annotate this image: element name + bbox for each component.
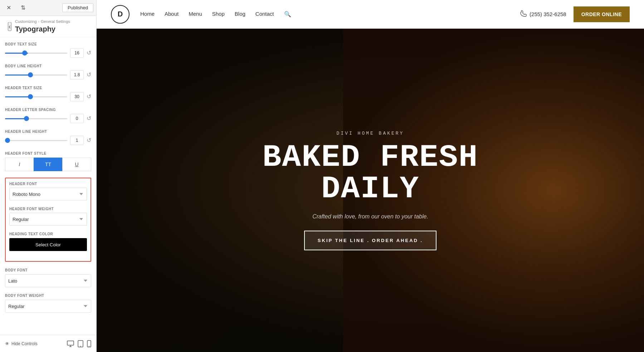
header-text-size-label: HEADER TEXT SIZE: [5, 86, 91, 90]
breadcrumb-arrow: ›: [38, 20, 39, 24]
body-font-setting: BODY FONT Lato Roboto Open Sans Montserr…: [5, 268, 91, 287]
header-line-height-slider[interactable]: [5, 140, 67, 141]
hero-cta-button[interactable]: SKIP THE LINE . ORDER AHEAD .: [304, 231, 436, 250]
body-line-height-label: BODY LINE HEIGHT: [5, 64, 91, 68]
swap-button[interactable]: ⇅: [17, 2, 29, 14]
header-letter-spacing-reset[interactable]: ↺: [87, 116, 91, 121]
hero-body-text: Crafted with love, from our oven to your…: [263, 213, 478, 220]
header-text-size-slider[interactable]: [5, 96, 67, 97]
published-button[interactable]: Published: [62, 3, 93, 12]
breadcrumb-part1: Customizing: [15, 19, 37, 24]
header-line-height-reset[interactable]: ↺: [87, 138, 91, 143]
italic-style-button[interactable]: I: [5, 158, 34, 171]
header-font-label: HEADER FONT: [9, 182, 87, 186]
hero-section: DIVI HOME BAKERY BAKED FRESH DAILY Craft…: [97, 29, 644, 352]
phone-icon: [520, 10, 527, 18]
left-panel: ✕ ⇅ Published ‹ Customizing › General Se…: [0, 0, 97, 352]
body-font-weight-select[interactable]: Regular Bold Light: [5, 300, 91, 313]
breadcrumb-part2: General Settings: [41, 19, 70, 24]
font-style-buttons: I TT U: [5, 158, 91, 171]
breadcrumb: Customizing › General Settings: [15, 19, 91, 24]
panel-toolbar: ✕ ⇅ Published: [0, 0, 96, 16]
heading-text-color-label: HEADING TEXT COLOR: [9, 232, 87, 236]
header-font-weight-select[interactable]: Regular Bold Light Medium: [9, 213, 87, 226]
header-font-style-label: HEADER FONT STYLE: [5, 151, 91, 155]
body-font-select[interactable]: Lato Roboto Open Sans Montserrat: [5, 274, 91, 287]
header-line-height-setting: HEADER LINE HEIGHT ↺: [5, 130, 91, 145]
desktop-button[interactable]: [67, 340, 74, 347]
header-text-size-reset[interactable]: ↺: [87, 94, 91, 100]
body-font-weight-setting: BODY FONT WEIGHT Regular Bold Light: [5, 294, 91, 313]
panel-title: Typography: [15, 25, 91, 33]
body-text-size-input[interactable]: [70, 48, 84, 58]
hide-controls-label: Hide Controls: [11, 341, 38, 346]
body-font-weight-label: BODY FONT WEIGHT: [5, 294, 91, 298]
hero-title-line1: BAKED FRESH: [263, 140, 478, 175]
body-text-size-setting: BODY TEXT SIZE ↺: [5, 42, 91, 58]
header-letter-spacing-label: HEADER LETTER SPACING: [5, 108, 91, 112]
tablet-button[interactable]: [78, 340, 83, 347]
nav-right: (255) 352-6258 ORDER ONLINE: [520, 6, 630, 22]
back-button[interactable]: ‹: [8, 22, 11, 31]
header-font-setting: HEADER FONT Roboto Mono Lato Open Sans M…: [9, 182, 87, 201]
header-line-height-input[interactable]: [70, 136, 84, 145]
header-font-style-setting: HEADER FONT STYLE I TT U: [5, 151, 91, 171]
svg-point-6: [89, 346, 89, 347]
header-font-weight-setting: HEADER FONT WEIGHT Regular Bold Light Me…: [9, 207, 87, 226]
order-online-button[interactable]: ORDER ONLINE: [574, 6, 630, 22]
nav-menu[interactable]: Menu: [189, 11, 202, 18]
panel-header: ‹ Customizing › General Settings Typogra…: [0, 16, 96, 37]
header-letter-spacing-input[interactable]: [70, 114, 84, 123]
nav-shop[interactable]: Shop: [212, 11, 225, 18]
svg-rect-0: [67, 341, 74, 345]
svg-point-4: [80, 346, 81, 347]
underline-style-button[interactable]: U: [62, 158, 91, 171]
hero-title-line2: DAILY: [321, 171, 419, 207]
body-line-height-reset[interactable]: ↺: [87, 72, 91, 78]
preview-nav: D Home About Menu Shop Blog Contact 🔍 (2…: [97, 0, 644, 29]
nav-blog[interactable]: Blog: [235, 11, 245, 18]
header-font-weight-label: HEADER FONT WEIGHT: [9, 207, 87, 211]
header-line-height-label: HEADER LINE HEIGHT: [5, 130, 91, 134]
mobile-button[interactable]: [87, 340, 91, 347]
body-line-height-setting: BODY LINE HEIGHT ↺: [5, 64, 91, 79]
nav-logo: D: [111, 5, 130, 24]
header-text-size-setting: HEADER TEXT SIZE ↺: [5, 86, 91, 101]
header-font-select[interactable]: Roboto Mono Lato Open Sans Montserrat: [9, 188, 87, 201]
nav-contact[interactable]: Contact: [255, 11, 274, 18]
nav-links: Home About Menu Shop Blog Contact 🔍: [140, 11, 520, 18]
tt-style-button[interactable]: TT: [34, 158, 62, 171]
body-text-size-label: BODY TEXT SIZE: [5, 42, 91, 46]
phone-number: (255) 352-6258: [530, 11, 566, 17]
hero-title: BAKED FRESH DAILY: [263, 142, 478, 205]
header-letter-spacing-setting: HEADER LETTER SPACING ↺: [5, 108, 91, 123]
body-font-label: BODY FONT: [5, 268, 91, 272]
header-text-size-input[interactable]: [70, 92, 84, 101]
header-letter-spacing-slider[interactable]: [5, 118, 67, 119]
eye-icon: 👁: [5, 341, 9, 346]
body-text-size-slider[interactable]: [5, 53, 67, 54]
phone-row: (255) 352-6258: [520, 10, 566, 18]
panel-footer: 👁 Hide Controls: [0, 335, 96, 352]
close-button[interactable]: ✕: [3, 2, 14, 14]
select-color-button[interactable]: Select Color: [9, 238, 87, 251]
search-icon[interactable]: 🔍: [284, 11, 291, 18]
heading-text-color-setting: HEADING TEXT COLOR Select Color: [9, 232, 87, 251]
panel-settings: BODY TEXT SIZE ↺ BODY LINE HEIGHT ↺ HEAD…: [0, 37, 96, 335]
hero-content: DIVI HOME BAKERY BAKED FRESH DAILY Craft…: [255, 124, 486, 257]
body-line-height-input[interactable]: [70, 70, 84, 79]
hide-controls-button[interactable]: 👁 Hide Controls: [5, 341, 38, 346]
hero-subtitle: DIVI HOME BAKERY: [263, 131, 478, 136]
nav-home[interactable]: Home: [140, 11, 155, 18]
body-text-size-reset[interactable]: ↺: [87, 50, 91, 56]
right-preview: D Home About Menu Shop Blog Contact 🔍 (2…: [97, 0, 644, 352]
header-font-section: HEADER FONT Roboto Mono Lato Open Sans M…: [5, 178, 91, 262]
device-buttons: [67, 340, 91, 347]
body-line-height-slider[interactable]: [5, 74, 67, 76]
nav-about[interactable]: About: [165, 11, 179, 18]
